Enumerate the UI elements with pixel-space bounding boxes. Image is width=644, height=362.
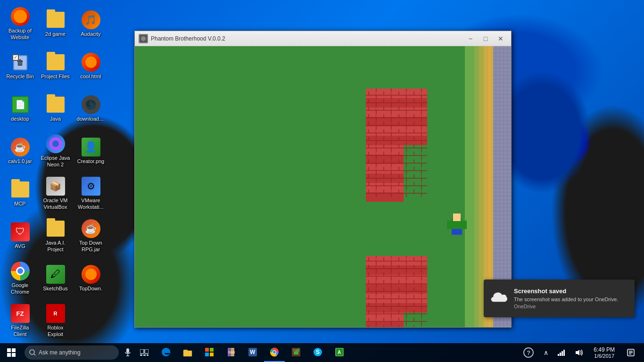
oracle-vm-icon: 📦 (46, 176, 66, 196)
taskbar-app-chrome[interactable] (264, 343, 285, 362)
eclipse-label: Eclipse Java Neon 2 (40, 155, 71, 167)
taskbar-app-list: RAR W (156, 343, 350, 362)
desktop-icon-cool-html[interactable]: cool.html (73, 45, 108, 87)
desktop-icon-project-files[interactable]: Project Files (38, 45, 73, 87)
sketchbus-label: SketchBus (43, 286, 68, 292)
desktop-icon-filezilla[interactable]: FZ FileZilla Client (2, 299, 38, 342)
backup-website-icon (10, 7, 30, 26)
desktop-icon-mcp[interactable]: MCP (2, 172, 38, 214)
taskbar-app-minecraft[interactable] (286, 343, 306, 362)
task-view-button[interactable] (135, 343, 154, 362)
desktop-icon-roblox[interactable]: R Roblox Exploit (38, 299, 73, 342)
desktop-icon-avg[interactable]: 🛡 AVG (2, 214, 38, 257)
filezilla-label: FileZilla Client (4, 325, 36, 337)
desktop-icon-2dgame[interactable]: 2d game (38, 2, 73, 45)
help-icon[interactable]: ? (519, 343, 538, 362)
notification-center-button[interactable] (621, 343, 640, 362)
sketchbus-icon: 🖊 (46, 264, 66, 284)
svg-rect-69 (205, 353, 209, 356)
desktop-icon-top-down-rpg[interactable]: ☕ Top Down RPG.jar (73, 214, 108, 257)
taskbar: Ask me anything (0, 343, 644, 362)
desktop-icon-sketchbus[interactable]: 🖊 SketchBus (38, 257, 73, 299)
vmware-icon: ⚙ (81, 176, 101, 196)
close-button[interactable]: ✕ (494, 33, 507, 44)
desktop-icon-download[interactable]: 🌑 download.... (73, 87, 108, 130)
desktop-icon-eclipse[interactable]: Eclipse Java Neon 2 (38, 130, 73, 172)
desktop-icon-audacity[interactable]: 🎵 Audacity (73, 2, 108, 45)
audacity-icon: 🎵 (81, 10, 101, 30)
filezilla-icon: FZ (10, 304, 30, 323)
volume-icon-container[interactable] (571, 343, 587, 362)
maximize-button[interactable]: □ (479, 33, 492, 44)
svg-rect-81 (293, 349, 296, 352)
svg-rect-82 (297, 349, 299, 352)
notification-body: The screenshot was added to your OneDriv… (514, 296, 629, 303)
notification-source: OneDrive (514, 304, 629, 309)
desktop-icon-desktop[interactable]: 📄 desktop (2, 87, 38, 130)
network-icon-container[interactable] (554, 343, 569, 362)
onedrive-notification[interactable]: Screenshot saved The screenshot was adde… (484, 280, 635, 317)
notification-title: Screenshot saved (514, 288, 629, 295)
project-files-label: Project Files (41, 74, 70, 80)
desktop-icon-vmware[interactable]: ⚙ VMware Workstati... (73, 172, 108, 214)
desktop-icon-google-chrome[interactable]: Google Chrome (2, 257, 38, 299)
desktop-icon-backup-website[interactable]: Backup of Website (2, 2, 38, 45)
desktop-icon-java[interactable]: Java (38, 87, 73, 130)
java-ai-icon (46, 219, 66, 239)
svg-rect-70 (210, 353, 214, 356)
taskbar-app-skype[interactable]: S (307, 343, 328, 362)
svg-rect-37 (447, 221, 452, 229)
taskbar-app-extra[interactable]: A (329, 343, 350, 362)
desktop-icon-java-ai[interactable]: Java A.I. Project (38, 214, 73, 257)
taskbar-app-word[interactable]: W (242, 343, 263, 362)
svg-rect-68 (210, 348, 214, 352)
svg-marker-92 (576, 350, 579, 355)
desktop-icon-recycle-bin[interactable]: ✓ 🗑 Recycle Bin (2, 45, 38, 87)
cool-html-icon (81, 52, 101, 72)
desktop-icon-topdown[interactable]: TopDown. (73, 257, 108, 299)
desktop-icon-oracle-vm[interactable]: 📦 Oracle VM VirtualBox (38, 172, 73, 214)
desktop-icon-calv1[interactable]: ☕ calv1.0.jar (2, 130, 38, 172)
vmware-label: VMware Workstati... (75, 197, 107, 210)
start-button[interactable] (0, 343, 23, 362)
svg-rect-60 (145, 349, 149, 354)
svg-rect-56 (126, 348, 129, 353)
game-content (135, 46, 511, 327)
taskbar-app-winrar[interactable]: RAR (221, 343, 241, 362)
system-clock[interactable]: 6:49 PM 1/6/2017 (589, 343, 619, 362)
svg-rect-61 (140, 354, 142, 356)
svg-rect-50 (7, 348, 11, 352)
clock-date: 1/6/2017 (594, 353, 614, 359)
svg-rect-51 (12, 348, 16, 352)
backup-website-label: Backup of Website (4, 28, 36, 40)
svg-rect-36 (452, 229, 462, 235)
svg-text:W: W (250, 349, 256, 355)
java-ai-label: Java A.I. Project (40, 240, 71, 252)
roblox-label: Roblox Exploit (40, 325, 71, 337)
game-titlebar: Phantom Brotherhood V.0.0.2 − □ ✕ (135, 31, 511, 46)
desktop-icon-creator[interactable]: 👤 Creator.png (73, 130, 108, 172)
audacity-label: Audacity (81, 31, 100, 37)
taskbar-app-explorer[interactable] (177, 343, 198, 362)
mcp-icon (10, 180, 30, 199)
top-down-rpg-icon: ☕ (81, 219, 101, 239)
java-icon (46, 95, 66, 115)
taskbar-right: ? ∧ (519, 343, 644, 362)
window-controls: − □ ✕ (464, 33, 507, 44)
microphone-button[interactable] (121, 346, 135, 360)
taskbar-search[interactable]: Ask me anything (25, 346, 119, 360)
system-tray[interactable]: ∧ (540, 343, 552, 362)
topdown-label: TopDown. (79, 286, 102, 292)
calv1-icon: ☕ (10, 137, 30, 157)
mcp-label: MCP (14, 201, 25, 207)
svg-rect-88 (558, 354, 559, 356)
taskbar-app-edge[interactable] (156, 343, 176, 362)
notification-text-container: Screenshot saved The screenshot was adde… (514, 288, 629, 309)
creator-icon: 👤 (81, 137, 101, 157)
download-label: download.... (77, 116, 105, 122)
topdown-icon (81, 264, 101, 284)
avg-label: AVG (15, 243, 25, 249)
minimize-button[interactable]: − (464, 33, 477, 44)
taskbar-app-store[interactable] (199, 343, 220, 362)
game-map (135, 46, 511, 327)
